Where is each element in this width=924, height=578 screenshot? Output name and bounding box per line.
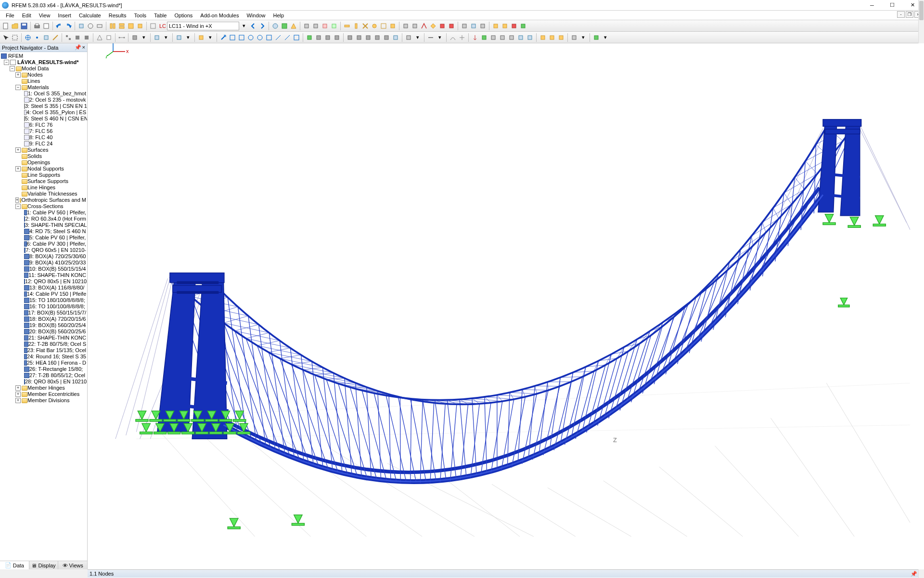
tool-button[interactable]: ▾ [140, 33, 148, 42]
tool-button[interactable] [283, 33, 292, 42]
tool-button[interactable] [280, 22, 289, 30]
tree-material-item[interactable]: 3: Steel S 355 | CSN EN 1 [0, 103, 87, 109]
tool-button[interactable] [411, 22, 419, 30]
tree-crosssection-item[interactable]: 26: T-Rectangle 15/80; [0, 366, 87, 372]
tool-button[interactable] [42, 33, 51, 42]
tree-crosssection-item[interactable]: 27: T-2B 80/55/12; Ocel [0, 372, 87, 379]
tool-button[interactable] [447, 22, 456, 30]
loadcase-input[interactable] [167, 22, 239, 30]
tool-button[interactable] [478, 22, 487, 30]
tool-button[interactable] [507, 33, 516, 42]
tool-button[interactable] [592, 33, 601, 42]
tree-crosssection-item[interactable]: 18: BOX(A) 720/20/15/6 [0, 316, 87, 322]
tree-material-item[interactable]: 6: FLC 76 [0, 122, 87, 128]
tree-folder[interactable]: −Materials [0, 84, 87, 91]
menu-calculate[interactable]: Calculate [75, 12, 105, 19]
tree-crosssection-item[interactable]: 20: BOX(B) 560/20/25/6 [0, 328, 87, 335]
print-preview-button[interactable] [42, 22, 51, 30]
tool-button[interactable] [361, 22, 370, 30]
menu-options[interactable]: Options [170, 12, 196, 19]
tool-button[interactable] [429, 22, 437, 30]
menu-help[interactable]: Help [270, 12, 288, 19]
tool-button[interactable] [292, 33, 301, 42]
tool-button[interactable] [449, 33, 457, 42]
loadcase-icon[interactable]: LC [158, 22, 167, 30]
tool-button[interactable] [271, 22, 280, 30]
tool-button[interactable] [265, 33, 273, 42]
tool-button[interactable] [289, 22, 298, 30]
tree-crosssection-item[interactable]: 5: Cable PV 60 | Pfeifer, [0, 235, 87, 241]
print-button[interactable] [33, 22, 41, 30]
tree-crosssection-item[interactable]: 14: Cable PV 150 | Pfeife [0, 291, 87, 297]
tool-button[interactable] [311, 22, 320, 30]
tool-button[interactable] [82, 33, 91, 42]
3d-viewport[interactable]: z z x y [88, 43, 924, 569]
tool-button[interactable] [314, 33, 323, 42]
pin-icon[interactable]: 📌 [911, 571, 917, 577]
dropdown-button[interactable]: ▾ [240, 22, 248, 30]
tool-button[interactable] [570, 33, 578, 42]
menu-table[interactable]: Table [150, 12, 170, 19]
tree-folder[interactable]: Surface Supports [0, 178, 87, 184]
tree-crosssection-item[interactable]: 15: TO 180/100/8/8/8/8; [0, 297, 87, 303]
tree-material-item[interactable]: 4: Ocel S 355_Pylon | ÉS [0, 109, 87, 116]
minimize-button[interactable]: ─ [862, 0, 882, 10]
tool-button[interactable] [323, 33, 332, 42]
tree-folder[interactable]: +Member Divisions [0, 397, 87, 404]
tree-folder[interactable]: +Surfaces [0, 147, 87, 153]
tool-button[interactable] [237, 33, 246, 42]
tool-button[interactable] [95, 33, 104, 42]
tree-crosssection-item[interactable]: 2: RO 60.3x4.0 (Hot Form [0, 216, 87, 222]
tool-button[interactable] [491, 22, 500, 30]
tree-folder[interactable]: Solids [0, 153, 87, 159]
maximize-button[interactable]: ☐ [883, 0, 902, 10]
tool-button[interactable] [127, 22, 135, 30]
tree-crosssection-item[interactable]: 22: T-2B 80/75/8; Ocel S [0, 341, 87, 347]
tree-folder[interactable]: +Member Eccentricities [0, 391, 87, 397]
tool-button[interactable] [117, 33, 126, 42]
prev-button[interactable] [249, 22, 257, 30]
tool-button[interactable] [321, 22, 329, 30]
tool-button[interactable] [95, 22, 104, 30]
tool-button[interactable] [370, 22, 379, 30]
tree-folder[interactable]: +Nodal Supports [0, 166, 87, 172]
tool-button[interactable] [51, 33, 60, 42]
tree-crosssection-item[interactable]: 8: BOX(A) 720/25/30/60 [0, 253, 87, 260]
navigator-tree[interactable]: RFEM −LÁVKA_RESULTS-wind* −Model Data +N… [0, 52, 87, 569]
tree-folder[interactable]: Openings [0, 159, 87, 166]
tree-crosssection-item[interactable]: 4: RD 75; Steel S 460 N [0, 228, 87, 235]
mdi-minimize-button[interactable]: - [897, 11, 905, 18]
tool-button[interactable] [346, 33, 354, 42]
tool-button[interactable] [557, 33, 565, 42]
tree-folder[interactable]: Line Hinges [0, 184, 87, 191]
tree-project[interactable]: −LÁVKA_RESULTS-wind* [0, 59, 87, 66]
tool-button[interactable] [343, 22, 351, 30]
tree-crosssection-item[interactable]: 17: BOX(B) 550/15/15/7/ [0, 310, 87, 316]
tool-button[interactable] [355, 33, 363, 42]
tool-button[interactable] [136, 22, 144, 30]
tree-material-item[interactable]: 2: Ocel S 235 - mostovk [0, 97, 87, 103]
tool-button[interactable] [388, 22, 397, 30]
tree-folder[interactable]: +Nodes [0, 72, 87, 78]
tree-crosssection-item[interactable]: 1: Cable PV 560 | Pfeifer, [0, 210, 87, 216]
tree-crosssection-item[interactable]: 6: Cable PV 300 | Pfeifer, [0, 241, 87, 247]
tool-button[interactable] [64, 33, 73, 42]
tree-crosssection-item[interactable]: 21: SHAPE-THIN KONC [0, 335, 87, 341]
tool-button[interactable] [130, 33, 139, 42]
tree-folder[interactable]: Lines [0, 78, 87, 84]
tool-button[interactable] [480, 33, 488, 42]
tool-button[interactable] [382, 33, 391, 42]
tool-button[interactable] [228, 33, 237, 42]
menu-insert[interactable]: Insert [54, 12, 75, 19]
tool-button[interactable] [458, 33, 466, 42]
menu-window[interactable]: Window [243, 12, 269, 19]
tree-crosssection-item[interactable]: 13: BOX(A) 116/8/8/80/ [0, 285, 87, 291]
tool-button[interactable] [426, 33, 435, 42]
open-button[interactable] [11, 22, 19, 30]
tool-button[interactable] [469, 22, 478, 30]
tool-button[interactable] [352, 22, 360, 30]
tree-material-item[interactable]: 8: FLC 40 [0, 134, 87, 141]
tree-folder[interactable]: −Cross-Sections [0, 203, 87, 210]
tool-button[interactable] [77, 22, 86, 30]
save-button[interactable] [20, 22, 28, 30]
